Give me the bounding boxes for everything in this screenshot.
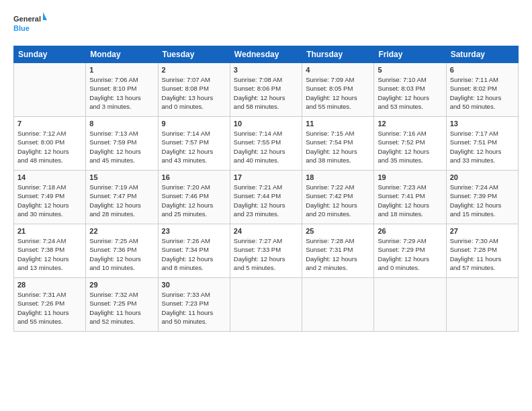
day-info: Sunrise: 7:06 AMSunset: 8:10 PMDaylight:… — [89, 75, 154, 111]
day-cell — [14, 63, 86, 117]
day-number: 21 — [17, 227, 82, 235]
day-info: Sunrise: 7:11 AMSunset: 8:02 PMDaylight:… — [450, 75, 515, 111]
day-info: Sunrise: 7:18 AMSunset: 7:49 PMDaylight:… — [17, 183, 82, 218]
day-number: 27 — [450, 227, 515, 235]
logo: General Blue — [13, 11, 47, 39]
day-info: Sunrise: 7:30 AMSunset: 7:28 PMDaylight:… — [450, 236, 515, 272]
day-number: 22 — [89, 227, 154, 235]
day-number: 15 — [89, 173, 154, 181]
day-number: 5 — [378, 66, 442, 74]
day-cell: 25Sunrise: 7:28 AMSunset: 7:31 PMDayligh… — [302, 224, 374, 278]
day-cell: 19Sunrise: 7:23 AMSunset: 7:41 PMDayligh… — [374, 171, 446, 224]
day-info: Sunrise: 7:26 AMSunset: 7:34 PMDaylight:… — [162, 236, 226, 272]
day-number: 20 — [450, 173, 515, 181]
day-cell — [446, 278, 518, 332]
day-cell: 30Sunrise: 7:33 AMSunset: 7:23 PMDayligh… — [158, 278, 230, 332]
day-cell: 18Sunrise: 7:22 AMSunset: 7:42 PMDayligh… — [302, 171, 374, 224]
day-info: Sunrise: 7:31 AMSunset: 7:26 PMDaylight:… — [17, 290, 82, 326]
day-info: Sunrise: 7:08 AMSunset: 8:06 PMDaylight:… — [234, 75, 298, 111]
day-cell: 11Sunrise: 7:15 AMSunset: 7:54 PMDayligh… — [302, 117, 374, 171]
day-info: Sunrise: 7:23 AMSunset: 7:41 PMDaylight:… — [378, 183, 442, 218]
day-info: Sunrise: 7:19 AMSunset: 7:47 PMDaylight:… — [89, 183, 154, 218]
day-info: Sunrise: 7:27 AMSunset: 7:33 PMDaylight:… — [234, 236, 298, 272]
day-number: 18 — [306, 173, 370, 181]
day-info: Sunrise: 7:24 AMSunset: 7:39 PMDaylight:… — [450, 183, 515, 218]
day-info: Sunrise: 7:33 AMSunset: 7:23 PMDaylight:… — [162, 290, 226, 326]
day-cell — [374, 278, 446, 332]
day-number: 28 — [17, 281, 82, 289]
day-cell: 24Sunrise: 7:27 AMSunset: 7:33 PMDayligh… — [230, 224, 302, 278]
day-info: Sunrise: 7:14 AMSunset: 7:57 PMDaylight:… — [162, 129, 226, 165]
day-cell: 15Sunrise: 7:19 AMSunset: 7:47 PMDayligh… — [86, 171, 158, 224]
day-cell: 17Sunrise: 7:21 AMSunset: 7:44 PMDayligh… — [230, 171, 302, 224]
day-cell: 5Sunrise: 7:10 AMSunset: 8:03 PMDaylight… — [374, 63, 446, 117]
day-info: Sunrise: 7:09 AMSunset: 8:05 PMDaylight:… — [306, 75, 370, 111]
day-number: 1 — [89, 66, 154, 74]
page-container: General Blue SundayMondayTuesdayWednesda… — [0, 0, 532, 338]
day-number: 4 — [306, 66, 370, 74]
day-info: Sunrise: 7:07 AMSunset: 8:08 PMDaylight:… — [162, 75, 226, 111]
day-number: 14 — [17, 173, 82, 181]
day-number: 25 — [306, 227, 370, 235]
day-info: Sunrise: 7:20 AMSunset: 7:46 PMDaylight:… — [162, 183, 226, 218]
day-cell: 28Sunrise: 7:31 AMSunset: 7:26 PMDayligh… — [14, 278, 86, 332]
day-cell: 13Sunrise: 7:17 AMSunset: 7:51 PMDayligh… — [446, 117, 518, 171]
svg-marker-2 — [43, 12, 47, 20]
day-cell: 2Sunrise: 7:07 AMSunset: 8:08 PMDaylight… — [158, 63, 230, 117]
day-info: Sunrise: 7:13 AMSunset: 7:59 PMDaylight:… — [89, 129, 154, 165]
day-info: Sunrise: 7:15 AMSunset: 7:54 PMDaylight:… — [306, 129, 370, 165]
day-cell: 29Sunrise: 7:32 AMSunset: 7:25 PMDayligh… — [86, 278, 158, 332]
day-number: 23 — [162, 227, 226, 235]
day-cell: 27Sunrise: 7:30 AMSunset: 7:28 PMDayligh… — [446, 224, 518, 278]
day-number: 11 — [306, 120, 370, 128]
day-info: Sunrise: 7:29 AMSunset: 7:29 PMDaylight:… — [378, 236, 442, 272]
day-cell: 8Sunrise: 7:13 AMSunset: 7:59 PMDaylight… — [86, 117, 158, 171]
day-info: Sunrise: 7:16 AMSunset: 7:52 PMDaylight:… — [378, 129, 442, 165]
calendar-table: SundayMondayTuesdayWednesdayThursdayFrid… — [13, 46, 519, 332]
day-number: 12 — [378, 120, 442, 128]
day-number: 9 — [162, 120, 226, 128]
day-number: 29 — [89, 281, 154, 289]
day-cell: 3Sunrise: 7:08 AMSunset: 8:06 PMDaylight… — [230, 63, 302, 117]
day-cell — [230, 278, 302, 332]
day-cell: 20Sunrise: 7:24 AMSunset: 7:39 PMDayligh… — [446, 171, 518, 224]
week-row-5: 28Sunrise: 7:31 AMSunset: 7:26 PMDayligh… — [14, 278, 519, 332]
day-cell: 10Sunrise: 7:14 AMSunset: 7:55 PMDayligh… — [230, 117, 302, 171]
day-cell: 9Sunrise: 7:14 AMSunset: 7:57 PMDaylight… — [158, 117, 230, 171]
day-info: Sunrise: 7:17 AMSunset: 7:51 PMDaylight:… — [450, 129, 515, 165]
day-info: Sunrise: 7:28 AMSunset: 7:31 PMDaylight:… — [306, 236, 370, 272]
svg-text:Blue: Blue — [13, 24, 30, 32]
day-info: Sunrise: 7:12 AMSunset: 8:00 PMDaylight:… — [17, 129, 82, 165]
week-row-4: 21Sunrise: 7:24 AMSunset: 7:38 PMDayligh… — [14, 224, 519, 278]
day-number: 26 — [378, 227, 442, 235]
day-cell: 6Sunrise: 7:11 AMSunset: 8:02 PMDaylight… — [446, 63, 518, 117]
day-info: Sunrise: 7:24 AMSunset: 7:38 PMDaylight:… — [17, 236, 82, 272]
day-cell: 16Sunrise: 7:20 AMSunset: 7:46 PMDayligh… — [158, 171, 230, 224]
day-number: 17 — [234, 173, 298, 181]
day-info: Sunrise: 7:32 AMSunset: 7:25 PMDaylight:… — [89, 290, 154, 326]
day-header-monday: Monday — [86, 46, 158, 63]
generalblue-logo: General Blue — [13, 11, 47, 39]
day-header-wednesday: Wednesday — [230, 46, 302, 63]
week-row-1: 1Sunrise: 7:06 AMSunset: 8:10 PMDaylight… — [14, 63, 519, 117]
day-header-sunday: Sunday — [14, 46, 86, 63]
day-cell: 7Sunrise: 7:12 AMSunset: 8:00 PMDaylight… — [14, 117, 86, 171]
day-header-tuesday: Tuesday — [158, 46, 230, 63]
day-info: Sunrise: 7:21 AMSunset: 7:44 PMDaylight:… — [234, 183, 298, 218]
day-cell: 21Sunrise: 7:24 AMSunset: 7:38 PMDayligh… — [14, 224, 86, 278]
week-row-2: 7Sunrise: 7:12 AMSunset: 8:00 PMDaylight… — [14, 117, 519, 171]
day-cell: 4Sunrise: 7:09 AMSunset: 8:05 PMDaylight… — [302, 63, 374, 117]
day-number: 8 — [89, 120, 154, 128]
day-cell: 22Sunrise: 7:25 AMSunset: 7:36 PMDayligh… — [86, 224, 158, 278]
day-cell: 26Sunrise: 7:29 AMSunset: 7:29 PMDayligh… — [374, 224, 446, 278]
day-cell: 12Sunrise: 7:16 AMSunset: 7:52 PMDayligh… — [374, 117, 446, 171]
day-number: 13 — [450, 120, 515, 128]
day-cell — [302, 278, 374, 332]
day-number: 7 — [17, 120, 82, 128]
day-number: 6 — [450, 66, 515, 74]
header-row: SundayMondayTuesdayWednesdayThursdayFrid… — [14, 46, 519, 63]
day-number: 3 — [234, 66, 298, 74]
day-header-thursday: Thursday — [302, 46, 374, 63]
day-number: 19 — [378, 173, 442, 181]
svg-text:General: General — [13, 15, 41, 23]
